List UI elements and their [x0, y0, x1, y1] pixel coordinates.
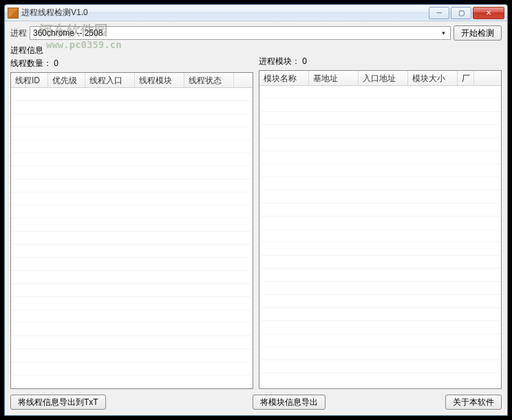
col-priority[interactable]: 优先级: [48, 73, 85, 87]
module-panel: . 进程模块： 0 模块名称 基地址 入口地址 模块大小 厂: [259, 45, 502, 389]
table-row[interactable]: [11, 88, 253, 101]
thread-count-label: 线程数量：: [10, 58, 52, 68]
table-row[interactable]: [11, 375, 253, 388]
module-list-body: [259, 86, 501, 386]
table-row[interactable]: [259, 256, 501, 269]
process-selected-value: 360chrome -- 2508: [33, 28, 103, 38]
close-button[interactable]: ✕: [473, 7, 504, 19]
col-entry-addr[interactable]: 入口地址: [359, 71, 408, 85]
table-row[interactable]: [259, 347, 501, 360]
table-row[interactable]: [259, 243, 501, 256]
table-row[interactable]: [259, 138, 501, 151]
table-row[interactable]: [259, 230, 501, 243]
col-base-addr[interactable]: 基地址: [309, 71, 359, 85]
table-row[interactable]: [259, 269, 501, 282]
window-title: 进程线程检测V1.0: [21, 7, 429, 19]
start-detection-button[interactable]: 开始检测: [454, 25, 502, 41]
module-listview[interactable]: 模块名称 基地址 入口地址 模块大小 厂: [259, 70, 502, 389]
process-selector-row: 进程 360chrome -- 2508 ▼ 开始检测: [10, 25, 502, 41]
table-row[interactable]: [259, 151, 501, 164]
table-row[interactable]: [11, 219, 253, 232]
col-thread-id[interactable]: 线程ID: [11, 73, 48, 87]
table-row[interactable]: [259, 373, 501, 386]
module-list-header: 模块名称 基地址 入口地址 模块大小 厂: [259, 71, 501, 86]
table-row[interactable]: [11, 192, 253, 206]
table-row[interactable]: [11, 258, 253, 271]
table-row[interactable]: [259, 99, 501, 112]
table-row[interactable]: [259, 164, 501, 177]
table-row[interactable]: [11, 310, 253, 323]
titlebar[interactable]: 进程线程检测V1.0 ─ ▢ ✕: [5, 5, 507, 21]
minimize-button[interactable]: ─: [429, 7, 449, 19]
process-combobox[interactable]: 360chrome -- 2508 ▼: [30, 26, 451, 40]
about-button[interactable]: 关于本软件: [445, 395, 502, 410]
table-row[interactable]: [11, 362, 253, 375]
table-row[interactable]: [11, 179, 253, 192]
table-row[interactable]: [259, 360, 501, 373]
col-module-name[interactable]: 模块名称: [259, 71, 309, 85]
module-count-label: 进程模块：: [259, 56, 300, 66]
module-count-value: 0: [302, 56, 307, 66]
table-row[interactable]: [259, 295, 501, 308]
table-row[interactable]: [11, 127, 253, 140]
thread-list-header: 线程ID 优先级 线程入口 线程模块 线程状态: [11, 73, 253, 88]
thread-count-value: 0: [54, 58, 58, 68]
maximize-button[interactable]: ▢: [451, 7, 471, 19]
table-row[interactable]: [259, 217, 501, 230]
table-row[interactable]: [259, 321, 501, 334]
thread-count-row: 线程数量： 0: [10, 58, 253, 69]
table-row[interactable]: [11, 323, 253, 336]
app-icon: [8, 8, 19, 19]
table-row[interactable]: [11, 349, 253, 362]
table-row[interactable]: [259, 177, 501, 190]
table-row[interactable]: [11, 284, 253, 297]
content-area: 河东软件园 www.pc0359.cn 进程 360chrome -- 2508…: [5, 21, 507, 415]
main-window: 进程线程检测V1.0 ─ ▢ ✕ 河东软件园 www.pc0359.cn 进程 …: [4, 4, 508, 416]
table-row[interactable]: [259, 203, 501, 217]
col-status[interactable]: 线程状态: [184, 73, 234, 87]
chevron-down-icon: ▼: [438, 28, 449, 38]
export-thread-button[interactable]: 将线程信息导出到TxT: [10, 395, 106, 410]
table-row[interactable]: [11, 140, 253, 153]
table-row[interactable]: [259, 308, 501, 321]
table-row[interactable]: [259, 282, 501, 295]
table-row[interactable]: [11, 114, 253, 127]
panels-container: 进程信息 线程数量： 0 线程ID 优先级 线程入口 线程模块 线程状态: [10, 45, 502, 389]
col-entry[interactable]: 线程入口: [85, 73, 135, 87]
col-module-size[interactable]: 模块大小: [408, 71, 458, 85]
table-row[interactable]: [259, 190, 501, 203]
export-module-button[interactable]: 将模块信息导出: [253, 395, 326, 410]
bottom-toolbar: 将线程信息导出到TxT 将模块信息导出 关于本软件: [10, 395, 502, 410]
table-row[interactable]: [11, 245, 253, 258]
table-row[interactable]: [259, 86, 501, 99]
thread-listview[interactable]: 线程ID 优先级 线程入口 线程模块 线程状态: [10, 72, 253, 389]
col-module[interactable]: 线程模块: [135, 73, 184, 87]
table-row[interactable]: [259, 125, 501, 138]
table-row[interactable]: [11, 232, 253, 245]
table-row[interactable]: [259, 334, 501, 347]
table-row[interactable]: [11, 166, 253, 179]
process-label: 进程: [10, 27, 27, 39]
thread-panel-title: 进程信息: [10, 45, 253, 56]
table-row[interactable]: [259, 112, 501, 125]
table-row[interactable]: [11, 101, 253, 114]
module-count-row: 进程模块： 0: [259, 56, 502, 67]
window-controls: ─ ▢ ✕: [429, 7, 504, 19]
thread-info-panel: 进程信息 线程数量： 0 线程ID 优先级 线程入口 线程模块 线程状态: [10, 45, 253, 389]
table-row[interactable]: [11, 297, 253, 310]
thread-list-body: [11, 88, 253, 388]
table-row[interactable]: [11, 271, 253, 284]
table-row[interactable]: [11, 153, 253, 166]
table-row[interactable]: [11, 206, 253, 219]
col-vendor[interactable]: 厂: [458, 71, 474, 85]
table-row[interactable]: [11, 336, 253, 349]
